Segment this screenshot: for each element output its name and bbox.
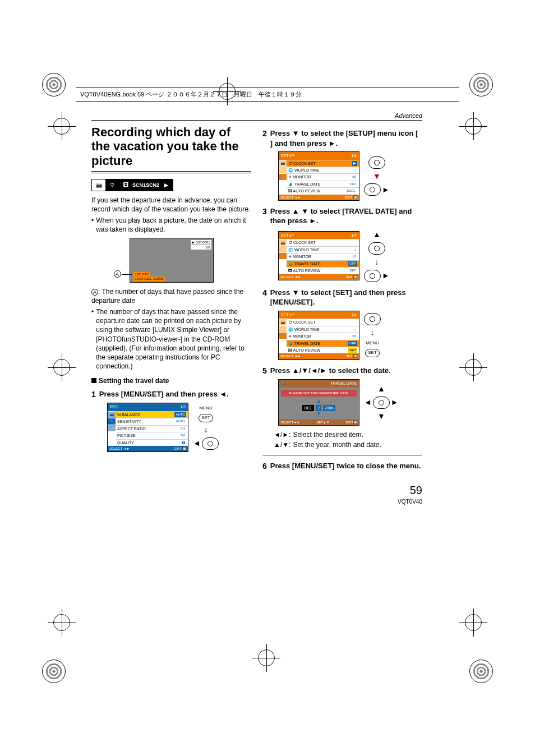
doc-header: VQT0V40ENG.book 59 ページ ２００６年２月２７日 月曜日 午後… [76,87,459,102]
callout-a: A [114,270,121,278]
subheading: Setting the travel date [91,376,251,385]
step-1: 1Press [MENU/SET] and then press ◄. [91,389,251,400]
mode-film-icon: 🎞 [119,179,132,191]
setup-menu-figure-3: SETUP1/4 📷♡🔧 ⏱ CLOCK SET 🌐 WORLD TIME⌂ ☀… [278,231,359,280]
bullet-2: The number of days that have passed sinc… [96,307,251,371]
travel-date-figure: 🧳 TRAVEL DATE PLEASE SET THE DEPARTURE D… [278,379,359,426]
step-3: 3Press ▲ ▼ to select [TRAVEL DATE] and t… [262,206,422,226]
section-label: Advanced [91,112,422,121]
intro-bullet: When you play back a picture, the date o… [96,216,251,234]
dpad-figure: ▼ ► [364,156,390,196]
rec-menu-figure: REC1/3 📷 ♡ 🔧 W.BALANCEAUTO SENSITIVITYAU… [107,403,188,452]
caption-a: A: The number of days that have passed s… [91,287,251,305]
step-5: 5Press ▲/▼/◄/► to select the date. [262,366,422,376]
page-title: Recording which day of the vacation you … [91,125,251,173]
dpad-figure: ↓ MENU SET [364,313,381,357]
playback-screen-figure: ▶ 100-0001 1/9 1ST DAY 10:00 DEC. 2.2006 [130,238,214,283]
mode-scn2-icon: SCN2 [146,179,159,191]
mode-scn1-icon: SCN1 [132,179,146,191]
dpad-figure: MENU SET ↓ ◄ [193,405,219,449]
step-4: 4Press ▼ to select [SET] and then press … [262,288,422,307]
mode-camera-icon: 📷 [92,179,105,191]
step-6: 6Press [MENU/SET] twice to close the men… [262,461,422,472]
setup-menu-figure-2: SETUP1/4 📷♡🔧 ⏱ CLOCK SET▶ 🌐 WORLD TIME⌂ … [278,151,359,201]
mode-play-icon: ▶ [159,179,173,191]
setup-menu-figure-4: SETUP1/4 📷♡🔧 ⏱ CLOCK SET 🌐 WORLD TIME⌂ ☀… [278,311,359,360]
step-5-explanation: ◄/►:Select the desired item. ▲/▼:Set the… [274,430,422,449]
dpad-figure: ▲ ◄► ▼ [364,384,399,422]
step-2: 2Press ▼ to select the [SETUP] menu icon… [262,128,422,148]
mode-heart-icon: ♡ [105,179,119,191]
dpad-figure: ▲ ↓ ► [364,229,390,282]
mode-strip: 📷 ♡ 🎞 SCN1 SCN2 ▶ [91,179,173,191]
intro-text: If you set the departure date in advance… [91,196,251,214]
page-number: 59 VQT0V40 [262,483,422,506]
